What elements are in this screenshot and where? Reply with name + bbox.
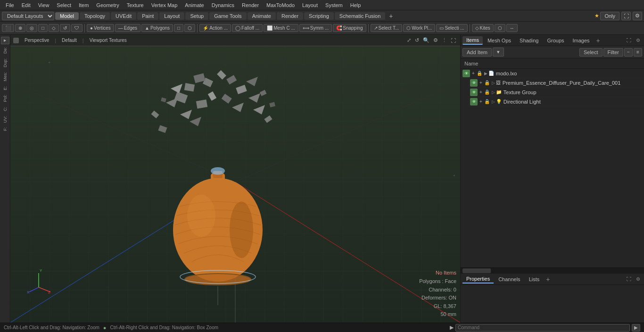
vp-icon-rotate[interactable]: ↺ [413, 37, 421, 44]
expand-arrow[interactable]: ▷ [492, 90, 495, 95]
menu-dynamics[interactable]: Dynamics [208, 1, 238, 9]
vp-icon-settings[interactable]: ⋮ [440, 37, 448, 44]
items-filter-button[interactable]: Filter [603, 48, 623, 57]
tool-select[interactable]: ⬛ [2, 24, 14, 32]
fullscreen-button[interactable]: ⛶ [621, 12, 631, 20]
menu-maxtomode[interactable]: MaxToModo [263, 1, 298, 9]
list-item[interactable]: 👁 + 🔒 ▷ 🖼 Premium_Essence_Diffuser_Pure_… [468, 78, 644, 88]
viewport[interactable]: Perspective | Default | Viewport Texture… [10, 35, 460, 323]
tab-shading[interactable]: Shading [516, 37, 542, 44]
menu-texture[interactable]: Texture [123, 1, 148, 9]
visibility-toggle[interactable]: 👁 [470, 89, 478, 96]
menu-layout[interactable]: Layout [298, 1, 322, 9]
expand-arrow[interactable]: ▷ [492, 81, 495, 85]
scrollbar-thumb[interactable] [462, 268, 491, 273]
viewport-default[interactable]: Default [60, 37, 79, 43]
settings-button[interactable]: ⚙ [633, 12, 642, 20]
items-minus-button[interactable]: − [624, 48, 633, 57]
vertices-button[interactable]: ● Vertices [87, 24, 114, 32]
layout-tab-game-tools[interactable]: Game Tools [209, 12, 247, 20]
sidebar-expand[interactable]: ▶ [1, 37, 9, 44]
tool-square[interactable]: □ [38, 24, 48, 32]
layout-dropdown[interactable]: Default Layouts [2, 12, 54, 20]
sidebar-label-c[interactable]: C: [2, 105, 8, 113]
layout-tab-model[interactable]: Model [55, 12, 79, 20]
polygons-button[interactable]: ▲ Polygons [141, 24, 173, 32]
vp-icon-fit[interactable]: ⚙ [432, 37, 439, 44]
expand-arrow[interactable]: ▶ [484, 71, 487, 76]
kites-button[interactable]: ◇ Kites [472, 24, 494, 32]
snapping-button[interactable]: 🧲 Snapping [333, 24, 366, 32]
extra-btn1[interactable]: ⬡ [495, 24, 505, 32]
menu-vertex-map[interactable]: Vertex Map [148, 1, 182, 9]
selecti-button[interactable]: ▭ Selecti ... [436, 24, 467, 32]
tab-images[interactable]: Images [569, 37, 594, 44]
layout-only[interactable]: Only [600, 12, 619, 20]
tool-snapping[interactable]: ⊕ [15, 24, 25, 32]
mesh-button[interactable]: ⬜ Mesh C ... [264, 24, 298, 32]
work-plane-button[interactable]: ⬡ Work Pl... [403, 24, 435, 32]
sidebar-label-uv[interactable]: UV: [2, 114, 8, 125]
menu-item[interactable]: Item [75, 1, 92, 9]
panel-settings-icon[interactable]: ⚙ [634, 38, 642, 43]
menu-system[interactable]: System [322, 1, 347, 9]
viewport-canvas[interactable]: X Z Y No Items Polygons : Face Channels:… [10, 46, 460, 323]
props-expand-icon[interactable]: ⛶ [625, 276, 633, 282]
visibility-toggle[interactable]: 👁 [470, 98, 478, 105]
add-item-dropdown[interactable]: ▾ [493, 48, 504, 57]
layout-tab-scripting[interactable]: Scripting [304, 12, 334, 20]
mode2-button[interactable]: ⬡ [184, 24, 195, 32]
panel-expand-icon[interactable]: ⛶ [625, 38, 633, 43]
items-select-button[interactable]: Select [579, 48, 603, 57]
layout-add-button[interactable]: + [386, 11, 396, 21]
symmetry-button[interactable]: ⟺ Symm ... [299, 24, 332, 32]
sidebar-label-e[interactable]: E: [2, 84, 8, 92]
tab-mesh-ops[interactable]: Mesh Ops [484, 37, 515, 44]
sidebar-label-f[interactable]: F: [2, 125, 8, 133]
menu-select[interactable]: Select [53, 1, 75, 9]
sidebar-label-dup[interactable]: Dup: [2, 57, 8, 69]
expand-arrow[interactable]: ▷ [492, 99, 495, 104]
sidebar-label-pol[interactable]: Pol: [2, 93, 8, 104]
layout-tab-setup[interactable]: Setup [185, 12, 208, 20]
list-item[interactable]: 👁 + 🔒 ▶ 📄 modo.lxo [461, 69, 644, 78]
tool-diamond[interactable]: ◇ [49, 24, 59, 32]
layout-tab-schematic[interactable]: Schematic Fusion [335, 12, 385, 20]
tab-channels[interactable]: Channels [495, 275, 524, 283]
layout-tab-layout[interactable]: Layout [159, 12, 184, 20]
list-item[interactable]: 👁 + 🔒 ▷ 📁 Texture Group [468, 88, 644, 97]
vp-icon-zoom[interactable]: 🔍 [421, 37, 431, 44]
layout-tab-topology[interactable]: Topology [80, 12, 110, 20]
menu-geometry[interactable]: Geometry [92, 1, 123, 9]
menu-animate[interactable]: Animate [181, 1, 207, 9]
items-scrollbar[interactable] [461, 267, 644, 273]
viewport-perspective[interactable]: Perspective [23, 37, 51, 43]
command-input[interactable] [455, 324, 630, 332]
vp-icon-move[interactable]: ⤢ [405, 37, 413, 44]
props-tab-add[interactable]: + [544, 275, 552, 283]
tab-add-button[interactable]: + [594, 37, 602, 44]
tool-circle[interactable]: ◎ [26, 24, 37, 32]
tab-lists[interactable]: Lists [525, 275, 544, 283]
menu-help[interactable]: Help [347, 1, 365, 9]
tool-arrow[interactable]: ↺ [60, 24, 70, 32]
tab-groups[interactable]: Groups [543, 37, 568, 44]
layout-tab-render[interactable]: Render [277, 12, 303, 20]
command-execute-button[interactable]: ▶ [632, 324, 640, 332]
props-settings-icon[interactable]: ⚙ [634, 276, 642, 282]
select-tool-button[interactable]: ↗ Select T... [371, 24, 403, 32]
menu-file[interactable]: File [2, 1, 18, 9]
visibility-toggle[interactable]: 👁 [462, 70, 470, 77]
vp-icon-maximize[interactable]: ⛶ [449, 37, 457, 44]
tab-items[interactable]: Items [462, 36, 483, 45]
items-extra-button[interactable]: ≡ [634, 48, 642, 57]
falloff-button[interactable]: ◯ Falloff ... [232, 24, 263, 32]
menu-view[interactable]: View [34, 1, 53, 9]
viewport-toggle[interactable] [13, 38, 19, 43]
action-button[interactable]: ⚡ Action ... [199, 24, 231, 32]
menu-render[interactable]: Render [238, 1, 263, 9]
sidebar-label-de[interactable]: De: [2, 45, 8, 56]
tab-properties[interactable]: Properties [462, 275, 494, 283]
mode-button[interactable]: □ [174, 24, 183, 32]
menu-edit[interactable]: Edit [18, 1, 34, 9]
